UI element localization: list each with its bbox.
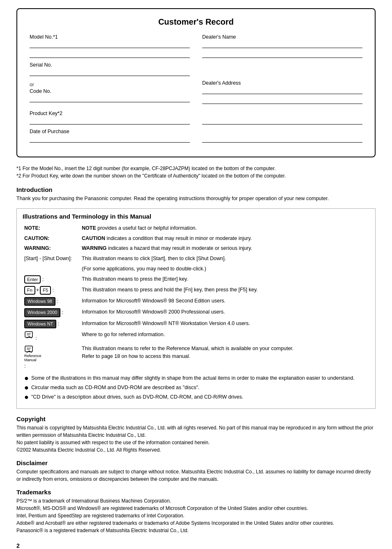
- footnote-2: *2 For Product Key, write down the numbe…: [16, 172, 376, 180]
- footnotes-section: *1 For the Model No., insert the 12 digi…: [16, 165, 376, 180]
- dealer-address-line1: [202, 87, 362, 94]
- footnote-1: *1 For the Model No., insert the 12 digi…: [16, 165, 376, 172]
- bullet-item-1: ● Some of the illustrations in this manu…: [24, 374, 369, 382]
- bullet-text-2: Circular media such as CD-ROM and DVD-RO…: [31, 384, 200, 392]
- serial-no-label: Serial No.: [30, 62, 190, 68]
- reference-manual-icon: [24, 345, 34, 354]
- model-no-field: Model No.*1: [30, 34, 190, 58]
- desc-win98: Information for Microsoft® Windows® 98 S…: [80, 296, 369, 307]
- product-key-line: [30, 117, 190, 125]
- trademarks-section: Trademarks PS/2™ is a trademark of Inter…: [16, 489, 376, 534]
- introduction-text: Thank you for purchasing the Panasonic c…: [16, 195, 376, 203]
- introduction-heading: Introduction: [16, 186, 376, 193]
- desc-enter: This illustration means to press the [En…: [80, 274, 369, 285]
- term-ref: :: [23, 330, 80, 344]
- serial-no-field: Serial No.: [30, 62, 190, 76]
- bullet-dot-3: ●: [24, 393, 29, 401]
- product-key-line2: [202, 117, 362, 125]
- disclaimer-section: Disclaimer Computer specifications and m…: [16, 459, 376, 483]
- page-number: 2: [16, 542, 376, 549]
- desc-warning: WARNING indicates a hazard that may resu…: [80, 243, 369, 254]
- trademark-line-2: Intel, Pentium and SpeedStep are registe…: [16, 512, 376, 519]
- trademark-line-4: Panasonic® is a registered trademark of …: [16, 527, 376, 534]
- copyright-heading: Copyright: [16, 415, 376, 422]
- table-row: [Start] - [Shut Down]: This illustration…: [23, 254, 369, 264]
- dealer-address-line2: [202, 97, 362, 104]
- dealer-name-field: Dealer's Name: [202, 34, 362, 58]
- customer-record-box: Customer's Record Model No.*1 Dealer's N…: [16, 8, 376, 157]
- dealer-name-label: Dealer's Name: [202, 34, 362, 40]
- table-row: CAUTION: CAUTION indicates a condition t…: [23, 233, 369, 244]
- table-row: Windows NT : Information for Microsoft® …: [23, 318, 369, 330]
- copyright-line-2: No patent liability is assumed with resp…: [16, 439, 376, 446]
- illustrations-heading: Illustrations and Terminology in this Ma…: [23, 213, 369, 220]
- desc-startshut: This illustration means to click [Start]…: [80, 254, 369, 264]
- win2000-badge-icon: Windows 2000: [24, 308, 60, 317]
- reference-icon: [24, 331, 34, 340]
- code-no-line: [30, 95, 190, 102]
- term-empty: [23, 264, 80, 274]
- desc-note: NOTE provides a useful fact or helpful i…: [80, 223, 369, 233]
- serial-no-line: [30, 69, 190, 76]
- date-purchase-line2: [202, 135, 362, 143]
- or-text: or: [30, 82, 190, 88]
- desc-refmanual: This illustration means to refer to the …: [80, 344, 369, 371]
- model-no-label: Model No.*1: [30, 34, 190, 40]
- desc-winnt: Information for Microsoft® Windows® NT® …: [80, 318, 369, 330]
- dealer-spacer: [202, 62, 362, 76]
- date-purchase-right: [202, 129, 362, 143]
- model-no-line: [30, 41, 190, 48]
- customer-record-grid: Model No.*1 Dealer's Name Serial No. or …: [30, 34, 362, 147]
- dealer-name-line: [202, 41, 362, 48]
- desc-caution: CAUTION indicates a condition that may r…: [80, 233, 369, 244]
- illustrations-table: NOTE: NOTE provides a useful fact or hel…: [23, 223, 369, 371]
- table-row: Fn + F5 : This illustration means to pre…: [23, 285, 369, 296]
- code-no-field: or Code No.: [30, 80, 190, 106]
- win98-badge-icon: Windows 98: [24, 297, 55, 306]
- trademark-line-0: PS/2™ is a trademark of International Bu…: [16, 497, 376, 505]
- dealer-address-field: Dealer's Address: [202, 80, 362, 106]
- term-caution: CAUTION:: [23, 233, 80, 244]
- bullet-dot-2: ●: [24, 384, 29, 391]
- term-win98: Windows 98 :: [23, 296, 80, 307]
- disclaimer-heading: Disclaimer: [16, 459, 376, 466]
- desc-win2000: Information for Microsoft® Windows® 2000…: [80, 307, 369, 318]
- enter-key-icon: Enter: [24, 275, 41, 284]
- trademark-line-1: Microsoft®, MS-DOS® and Windows® are reg…: [16, 505, 376, 512]
- date-purchase-line: [30, 135, 190, 143]
- table-row: Windows 2000 : Information for Microsoft…: [23, 307, 369, 318]
- term-fn-f5: Fn + F5 :: [23, 285, 80, 296]
- term-startshut: [Start] - [Shut Down]:: [23, 254, 80, 264]
- table-row: ReferenceManual : This illustration mean…: [23, 344, 369, 371]
- desc-ref: Where to go for referred information.: [80, 330, 369, 344]
- bullet-item-3: ● "CD Drive" is a description about driv…: [24, 393, 369, 401]
- copyright-line-3: ©2002 Matsushita Electric Industrial Co.…: [16, 446, 376, 454]
- term-refmanual: ReferenceManual :: [23, 344, 80, 371]
- trademarks-heading: Trademarks: [16, 489, 376, 496]
- illustrations-box: Illustrations and Terminology in this Ma…: [16, 208, 376, 409]
- term-winnt: Windows NT :: [23, 318, 80, 330]
- copyright-line-1: This manual is copyrighted by Matsushita…: [16, 424, 376, 439]
- term-enter: Enter :: [23, 274, 80, 285]
- product-key-right: [202, 111, 362, 125]
- f5-key-icon: F5: [40, 286, 51, 295]
- table-row: (For some applications, you may need to …: [23, 264, 369, 274]
- disclaimer-text: Computer specifications and manuals are …: [16, 468, 376, 483]
- bullet-dot-1: ●: [24, 374, 29, 382]
- customer-record-title: Customer's Record: [30, 17, 362, 27]
- dealer-address-label: Dealer's Address: [202, 80, 362, 86]
- table-row: Windows 98 : Information for Microsoft® …: [23, 296, 369, 307]
- product-key-label: Product Key*2: [30, 111, 190, 116]
- table-row: Enter : This illustration means to press…: [23, 274, 369, 285]
- copyright-section: Copyright This manual is copyrighted by …: [16, 415, 376, 454]
- bullet-text-1: Some of the illustrations in this manual…: [31, 374, 355, 382]
- table-row: NOTE: NOTE provides a useful fact or hel…: [23, 223, 369, 233]
- bullet-text-3: "CD Drive" is a description about drives…: [31, 393, 243, 401]
- table-row: : Where to go for referred information.: [23, 330, 369, 344]
- term-note: NOTE:: [23, 223, 80, 233]
- trademark-line-3: Adobe® and Acrobat® are either registere…: [16, 519, 376, 527]
- desc-fn-f5: This illustration means to press and hol…: [80, 285, 369, 296]
- date-purchase-label: Date of Purchase: [30, 129, 190, 134]
- code-no-label: Code No.: [30, 88, 190, 94]
- bullet-item-2: ● Circular media such as CD-ROM and DVD-…: [24, 384, 369, 392]
